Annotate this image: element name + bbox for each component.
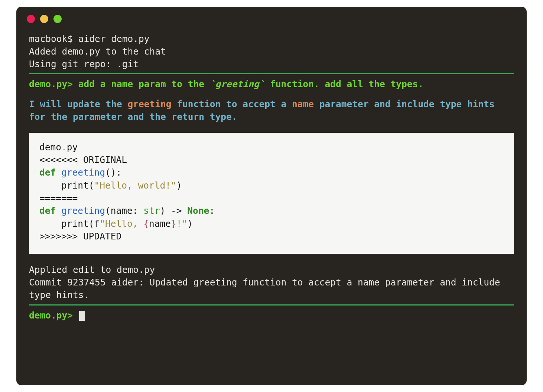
fn-args: ) <box>160 205 171 216</box>
window-close-button[interactable] <box>27 15 35 23</box>
string-literal: "Hello, <box>100 218 143 229</box>
asst-keyword: greeting <box>128 99 172 110</box>
shell-line: Added demo.py to the chat <box>29 46 166 57</box>
asst-keyword: name <box>292 99 314 110</box>
fn-name: greeting <box>56 205 105 216</box>
prompt-label: demo.py> <box>29 310 78 321</box>
user-prompt-line: demo.py> add a name param to the `greeti… <box>29 78 514 91</box>
fstring-brace: { <box>143 218 149 229</box>
string-literal: !" <box>176 218 188 229</box>
code-text: ) <box>187 218 193 229</box>
diff-filename: demo <box>39 142 61 153</box>
fn-name: greeting <box>56 167 105 178</box>
diff-marker-updated: >>>>>>> UPDATED <box>39 231 121 242</box>
fn-args: (name: <box>105 205 143 216</box>
shell-launch-output: macbook$ aider demo.py Added demo.py to … <box>29 33 514 70</box>
terminal-window: macbook$ aider demo.py Added demo.py to … <box>16 7 527 385</box>
fn-args: : <box>209 205 215 216</box>
kw-def: def <box>39 167 56 178</box>
diff-marker-original: <<<<<<< ORIGINAL <box>39 154 127 165</box>
window-titlebar <box>16 7 527 26</box>
shell-line: macbook$ aider demo.py <box>29 33 150 44</box>
kw-def: def <box>39 205 56 216</box>
status-line: Applied edit to demo.py <box>29 264 155 275</box>
diff-filename: py <box>67 142 78 153</box>
user-prompt-line[interactable]: demo.py> <box>29 309 514 322</box>
window-minimize-button[interactable] <box>40 15 48 23</box>
type-none: None <box>187 205 209 216</box>
code-text: print(f <box>39 218 100 229</box>
fstring-brace: } <box>171 218 176 229</box>
divider <box>29 73 514 74</box>
type-name: str <box>143 205 160 216</box>
user-input: function. add all the types. <box>264 79 423 89</box>
divider <box>29 304 514 306</box>
var-name: name <box>149 218 171 229</box>
status-output: Applied edit to demo.py Commit 9237455 a… <box>29 264 514 301</box>
string-literal: "Hello, world!" <box>94 180 176 191</box>
fn-args: (): <box>105 167 121 178</box>
user-input: add a name param to the <box>78 79 210 89</box>
diff-marker-sep: ======= <box>39 193 78 203</box>
sp <box>182 205 188 216</box>
prompt-label: demo.py> <box>29 79 78 89</box>
asst-text: function to accept a <box>172 99 292 110</box>
window-maximize-button[interactable] <box>53 15 62 23</box>
diff-filename-dot: . <box>61 142 67 153</box>
assistant-response: I will update the greeting function to a… <box>29 98 514 123</box>
asst-text: I will update the <box>29 99 128 110</box>
status-line: Commit 9237455 aider: Updated greeting f… <box>29 277 505 300</box>
arrow-op: -> <box>171 205 182 216</box>
code-diff-block: demo.py <<<<<<< ORIGINAL def greeting():… <box>29 133 514 254</box>
shell-line: Using git repo: .git <box>29 59 139 69</box>
terminal-body[interactable]: macbook$ aider demo.py Added demo.py to … <box>16 26 527 330</box>
code-text: print( <box>39 180 94 191</box>
code-text: ) <box>176 180 182 191</box>
user-input-code: `greeting` <box>210 79 265 89</box>
cursor-icon <box>79 311 85 321</box>
